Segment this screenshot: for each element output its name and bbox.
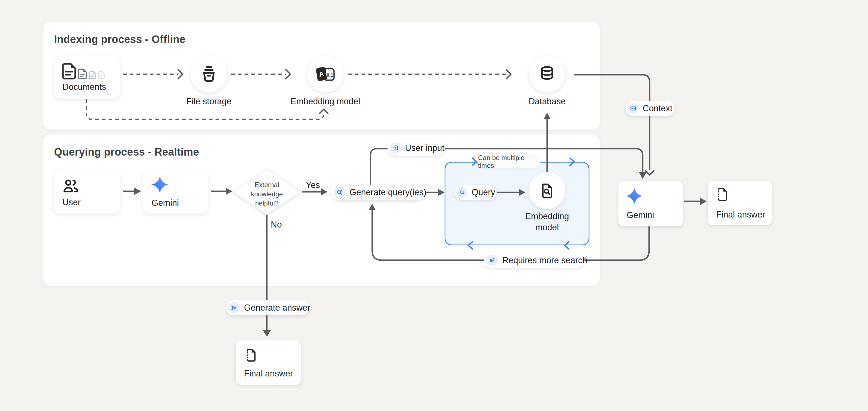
- loop-chevron-bottom-right: [565, 242, 569, 249]
- file-icon: [244, 347, 259, 363]
- gemini-right-label: Gemini: [627, 210, 654, 220]
- search-icon: [457, 187, 467, 198]
- arrowhead-gemini-right-userinput: [639, 172, 646, 179]
- final-answer-bottom-label: Final answer: [244, 369, 293, 379]
- generate-queries-pill: Generate query(ies): [332, 184, 425, 200]
- gemini-right-node: Gemini: [618, 181, 683, 227]
- send-sparkle-icon: [486, 255, 498, 266]
- arrowhead-decision: [226, 188, 232, 195]
- user-input-label: User input: [405, 143, 444, 153]
- edge-database-context-to-gemini: [574, 75, 650, 170]
- query-label: Query: [472, 187, 495, 198]
- requires-more-search-pill: Requires more search: [484, 253, 584, 268]
- diagram-stage: Indexing process - Offline Querying proc…: [0, 0, 868, 411]
- database-label: Database: [491, 96, 603, 107]
- svg-text:0,1: 0,1: [327, 72, 333, 78]
- arrowhead-database-dashed: [506, 70, 511, 79]
- user-label: User: [62, 198, 81, 207]
- arrowhead-finalanswer-bottom: [263, 330, 271, 337]
- embedding-model-realtime-node: [529, 172, 565, 209]
- file-search-icon: [538, 182, 556, 200]
- embedding-model-realtime-label: Embedding model: [491, 211, 603, 233]
- yes-label: Yes: [306, 180, 320, 190]
- input-icon: [390, 143, 401, 154]
- final-answer-right-label: Final answer: [716, 210, 765, 220]
- user-node: User: [54, 170, 120, 213]
- gemini-left-node: Gemini: [143, 170, 208, 213]
- context-pill: Context: [626, 101, 675, 116]
- embedding-realtime-line2: model: [491, 222, 603, 233]
- loop-chevron-top-right: [570, 158, 574, 165]
- querying-title: Querying process - Realtime: [54, 146, 199, 158]
- user-input-pill: User input: [388, 140, 444, 155]
- storage-bucket-icon: [199, 64, 219, 84]
- send-icon: [228, 302, 240, 314]
- database-node: [529, 56, 565, 93]
- search-sparkle-icon: [334, 186, 345, 198]
- arrowhead-embedding-circle: [519, 189, 525, 196]
- arrowhead-database-up: [544, 113, 551, 119]
- gemini-star-icon: [150, 175, 169, 194]
- arrowhead-loopbox: [438, 189, 444, 196]
- final-answer-bottom-node: Final answer: [236, 340, 301, 385]
- no-label: No: [271, 220, 282, 230]
- loop-chevron-top-left: [472, 158, 476, 165]
- users-icon: [62, 177, 80, 195]
- embedding-realtime-line1: Embedding: [491, 211, 603, 222]
- gemini-star-icon: [625, 187, 644, 205]
- arrowhead-genqueries: [321, 188, 328, 196]
- arrowhead-feedback-up: [319, 109, 328, 114]
- arrowhead-embedding: [286, 70, 290, 79]
- arrowhead-gemini-right-context: [645, 171, 654, 175]
- arrowhead-filestorage: [178, 70, 183, 79]
- documents-label: Documents: [62, 82, 106, 92]
- text-to-numbers-icon: 0,1 A: [314, 64, 337, 84]
- indexing-title: Indexing process - Offline: [54, 33, 186, 46]
- documents-stack-icon: [61, 62, 106, 80]
- arrowhead-genqueries-return: [369, 204, 376, 210]
- file-storage-node: [190, 56, 227, 93]
- documents-node: Documents: [54, 56, 120, 99]
- gemini-left-label: Gemini: [152, 198, 179, 208]
- generate-answer-pill: Generate answer: [226, 300, 309, 315]
- embedding-model-offline-node: 0,1 A: [307, 56, 344, 93]
- context-label: Context: [643, 104, 673, 114]
- arrowhead-finalanswer-right: [700, 198, 707, 205]
- decision-label: External knowledge helpful?: [243, 180, 290, 208]
- generate-queries-label: Generate query(ies): [350, 187, 427, 198]
- file-storage-label: File storage: [153, 96, 265, 107]
- final-answer-right-node: Final answer: [708, 181, 772, 225]
- requires-more-search-label: Requires more search: [502, 256, 587, 265]
- loop-chevron-bottom-left: [468, 242, 472, 249]
- loop-note: Can be multiple times: [478, 155, 540, 169]
- generate-answer-label: Generate answer: [244, 303, 310, 313]
- arrowhead-gemini-left: [134, 188, 141, 195]
- file-icon: [714, 186, 731, 202]
- database-icon: [537, 64, 557, 84]
- query-pill: Query: [455, 185, 496, 200]
- context-icon: [628, 103, 639, 114]
- embedding-model-offline-label: Embedding model: [270, 96, 381, 107]
